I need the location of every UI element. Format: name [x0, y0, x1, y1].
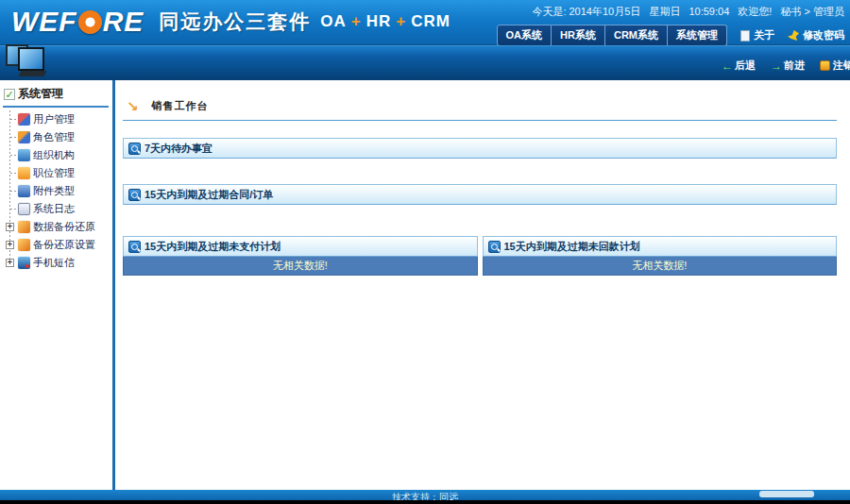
panel-title: 15天内到期及过期合同/订单	[144, 188, 273, 202]
backup-icon	[18, 221, 30, 233]
brand-o-icon	[78, 10, 102, 34]
today-date: 今天是: 2014年10月5日	[532, 6, 640, 17]
sidebar-item-user-management[interactable]: 用户管理	[3, 110, 112, 128]
module-hr: HR	[366, 12, 392, 30]
logout-icon	[820, 60, 830, 71]
panel-title: 15天内到期及过期未回款计划	[504, 240, 640, 254]
forward-arrow-icon: →	[771, 59, 782, 73]
support-text: 技术支持：同远	[0, 490, 850, 500]
expand-icon[interactable]: +	[6, 241, 14, 249]
sidebar-item-attachment-type[interactable]: 附件类型	[3, 182, 112, 200]
sidebar-item-system-log[interactable]: 系统日志	[3, 200, 112, 218]
panel-header[interactable]: 7天内待办事宜	[123, 138, 837, 159]
header: WEFRE 同远办公三套件 OA+HR+CRM 今天是: 2014年10月5日 …	[0, 0, 850, 45]
crm-system-button[interactable]: CRM系统	[605, 25, 668, 46]
position-icon	[18, 167, 30, 179]
sms-icon	[18, 257, 30, 269]
horizontal-scrollbar[interactable]	[759, 491, 814, 497]
page-body: ✓ 系统管理 用户管理 角色管理 组织机构	[0, 80, 850, 490]
workbench-arrow-icon: ↘	[127, 101, 139, 112]
about-icon	[740, 30, 750, 42]
plus-separator-icon: +	[347, 12, 366, 30]
user-path: 秘书 > 管理员	[780, 6, 844, 17]
module-crm: CRM	[411, 12, 450, 30]
main-content: ↘ 销售工作台 7天内待办事宜 15天内到期及过期合同/订单	[115, 80, 850, 490]
oa-system-button[interactable]: OA系统	[497, 25, 552, 46]
sidebar-item-data-backup-restore[interactable]: + 数据备份还原	[3, 218, 112, 236]
sidebar: ✓ 系统管理 用户管理 角色管理 组织机构	[0, 80, 112, 490]
search-icon	[128, 189, 141, 201]
workbench-header: ↘ 销售工作台	[123, 99, 837, 121]
change-password-link[interactable]: 修改密码	[788, 28, 844, 42]
brand-text-pre: WEF	[11, 6, 77, 38]
clock-time: 10:59:04	[688, 6, 729, 17]
product-title: 同远办公三套件	[159, 8, 311, 35]
panel-unpaid-plans-15days: 15天内到期及过期未支付计划 无相关数据!	[123, 236, 478, 276]
weekday: 星期日	[649, 6, 680, 17]
expand-icon[interactable]: +	[6, 223, 14, 231]
wefore-logo: WEFRE 同远办公三套件 OA+HR+CRM	[11, 6, 450, 38]
logout-label: 注销	[833, 59, 850, 73]
system-admin-button[interactable]: 系统管理	[668, 25, 727, 46]
toolbar-nav-group: ← 后退 → 前进 注销	[706, 59, 850, 73]
no-data-message: 无相关数据!	[483, 257, 838, 276]
sidebar-root-system-admin[interactable]: ✓ 系统管理	[3, 84, 109, 108]
module-oa: OA	[320, 12, 347, 30]
change-password-icon	[788, 30, 799, 41]
footer: 技术支持：同远	[0, 490, 850, 500]
back-arrow-icon: ←	[722, 59, 733, 73]
attachment-icon	[18, 185, 30, 197]
welcome-line: 今天是: 2014年10月5日 星期日 10:59:04 欢迎您! 秘书 > 管…	[497, 5, 844, 19]
header-right: 今天是: 2014年10月5日 星期日 10:59:04 欢迎您! 秘书 > 管…	[497, 5, 844, 46]
panel-header[interactable]: 15天内到期及过期未回款计划	[483, 236, 838, 257]
sidebar-item-mobile-sms[interactable]: + 手机短信	[3, 254, 112, 272]
users-icon	[18, 113, 30, 126]
back-label: 后退	[735, 59, 756, 73]
sidebar-item-position-management[interactable]: 职位管理	[3, 164, 112, 182]
panel-todo-7days: 7天内待办事宜	[123, 138, 837, 159]
forward-label: 前进	[784, 59, 805, 73]
about-label: 关于	[754, 28, 774, 42]
plus-separator-icon: +	[391, 12, 411, 30]
sidebar-item-role-management[interactable]: 角色管理	[3, 128, 112, 146]
sidebar-item-backup-restore-settings[interactable]: + 备份还原设置	[3, 236, 112, 254]
panel-uncollected-plans-15days: 15天内到期及过期未回款计划 无相关数据!	[483, 236, 838, 276]
search-icon	[128, 241, 141, 253]
sidebar-tree: 用户管理 角色管理 组织机构 职位管理 附件类型	[3, 110, 112, 272]
logout-button[interactable]: 注销	[820, 59, 850, 73]
panel-header[interactable]: 15天内到期及过期合同/订单	[123, 184, 837, 205]
monitor-icon	[6, 43, 53, 80]
sidebar-root-label: 系统管理	[18, 86, 63, 102]
toolbar: ← 后退 → 前进 注销	[0, 45, 850, 80]
no-data-message: 无相关数据!	[123, 257, 478, 276]
panel-header[interactable]: 15天内到期及过期未支付计划	[123, 236, 478, 257]
panel-row: 15天内到期及过期未支付计划 无相关数据! 15天内到期及过期未回款计划 无相关…	[123, 236, 837, 276]
greeting: 欢迎您!	[738, 6, 772, 17]
brand-text-post: RE	[103, 6, 144, 38]
back-button[interactable]: ← 后退	[722, 59, 756, 73]
panel-title: 15天内到期及过期未支付计划	[144, 240, 280, 254]
org-icon	[18, 149, 30, 161]
search-icon	[128, 143, 141, 155]
about-link[interactable]: 关于	[740, 28, 774, 42]
workbench-title: 销售工作台	[152, 99, 209, 113]
role-icon	[18, 131, 30, 143]
sidebar-item-organization[interactable]: 组织机构	[3, 146, 112, 164]
hr-system-button[interactable]: HR系统	[552, 25, 605, 46]
change-password-label: 修改密码	[803, 28, 844, 42]
checkbox-check-icon: ✓	[4, 89, 15, 100]
backup-settings-icon	[18, 239, 30, 251]
system-switch-group: OA系统 HR系统 CRM系统 系统管理	[497, 25, 727, 46]
forward-button[interactable]: → 前进	[771, 59, 805, 73]
panel-contracts-orders-15days: 15天内到期及过期合同/订单	[123, 184, 837, 205]
expand-icon[interactable]: +	[6, 259, 14, 267]
log-icon	[18, 203, 30, 215]
bottom-edge	[0, 500, 850, 504]
app-window: WEFRE 同远办公三套件 OA+HR+CRM 今天是: 2014年10月5日 …	[0, 0, 850, 504]
module-list: OA+HR+CRM	[320, 12, 450, 31]
panel-title: 7天内待办事宜	[144, 142, 212, 156]
search-icon	[488, 241, 501, 253]
